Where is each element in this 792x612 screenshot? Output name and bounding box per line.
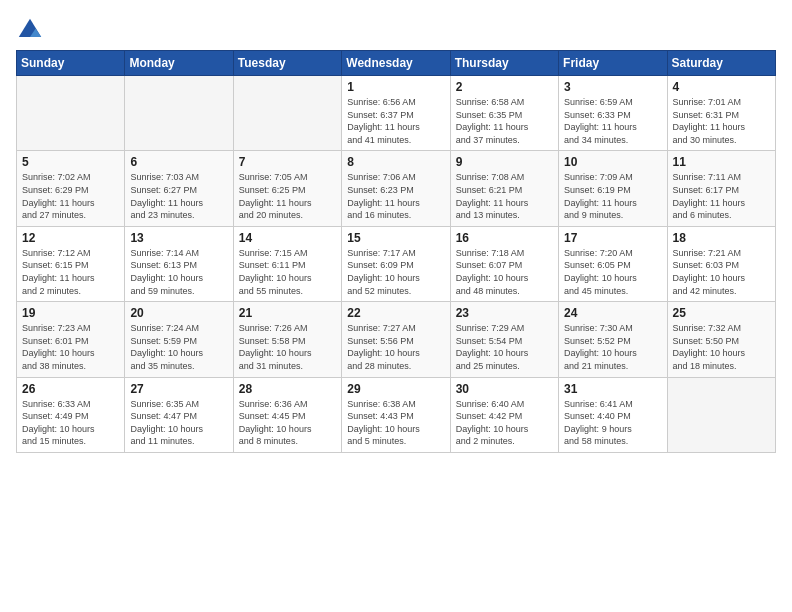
day-info: Sunrise: 7:15 AM Sunset: 6:11 PM Dayligh… xyxy=(239,247,336,297)
day-info: Sunrise: 7:08 AM Sunset: 6:21 PM Dayligh… xyxy=(456,171,553,221)
day-number: 29 xyxy=(347,382,444,396)
day-number: 20 xyxy=(130,306,227,320)
day-number: 10 xyxy=(564,155,661,169)
calendar-cell: 16Sunrise: 7:18 AM Sunset: 6:07 PM Dayli… xyxy=(450,226,558,301)
calendar-cell: 19Sunrise: 7:23 AM Sunset: 6:01 PM Dayli… xyxy=(17,302,125,377)
calendar-cell: 24Sunrise: 7:30 AM Sunset: 5:52 PM Dayli… xyxy=(559,302,667,377)
day-number: 30 xyxy=(456,382,553,396)
logo-icon xyxy=(16,16,44,44)
calendar-cell: 3Sunrise: 6:59 AM Sunset: 6:33 PM Daylig… xyxy=(559,76,667,151)
day-number: 25 xyxy=(673,306,770,320)
page-header xyxy=(16,16,776,44)
day-number: 2 xyxy=(456,80,553,94)
calendar-cell xyxy=(17,76,125,151)
day-info: Sunrise: 7:18 AM Sunset: 6:07 PM Dayligh… xyxy=(456,247,553,297)
page-container: SundayMondayTuesdayWednesdayThursdayFrid… xyxy=(0,0,792,463)
calendar-cell: 1Sunrise: 6:56 AM Sunset: 6:37 PM Daylig… xyxy=(342,76,450,151)
day-number: 24 xyxy=(564,306,661,320)
day-number: 19 xyxy=(22,306,119,320)
day-number: 9 xyxy=(456,155,553,169)
day-number: 7 xyxy=(239,155,336,169)
day-number: 18 xyxy=(673,231,770,245)
calendar-cell xyxy=(233,76,341,151)
day-number: 1 xyxy=(347,80,444,94)
day-number: 22 xyxy=(347,306,444,320)
day-info: Sunrise: 6:41 AM Sunset: 4:40 PM Dayligh… xyxy=(564,398,661,448)
day-info: Sunrise: 7:05 AM Sunset: 6:25 PM Dayligh… xyxy=(239,171,336,221)
calendar-cell: 7Sunrise: 7:05 AM Sunset: 6:25 PM Daylig… xyxy=(233,151,341,226)
calendar-week-row: 5Sunrise: 7:02 AM Sunset: 6:29 PM Daylig… xyxy=(17,151,776,226)
calendar-table: SundayMondayTuesdayWednesdayThursdayFrid… xyxy=(16,50,776,453)
day-number: 13 xyxy=(130,231,227,245)
day-info: Sunrise: 7:03 AM Sunset: 6:27 PM Dayligh… xyxy=(130,171,227,221)
day-info: Sunrise: 7:23 AM Sunset: 6:01 PM Dayligh… xyxy=(22,322,119,372)
day-number: 21 xyxy=(239,306,336,320)
calendar-week-row: 26Sunrise: 6:33 AM Sunset: 4:49 PM Dayli… xyxy=(17,377,776,452)
day-info: Sunrise: 7:09 AM Sunset: 6:19 PM Dayligh… xyxy=(564,171,661,221)
day-number: 11 xyxy=(673,155,770,169)
day-number: 27 xyxy=(130,382,227,396)
day-number: 15 xyxy=(347,231,444,245)
calendar-cell: 12Sunrise: 7:12 AM Sunset: 6:15 PM Dayli… xyxy=(17,226,125,301)
day-info: Sunrise: 7:26 AM Sunset: 5:58 PM Dayligh… xyxy=(239,322,336,372)
day-info: Sunrise: 7:06 AM Sunset: 6:23 PM Dayligh… xyxy=(347,171,444,221)
weekday-header-monday: Monday xyxy=(125,51,233,76)
day-info: Sunrise: 7:29 AM Sunset: 5:54 PM Dayligh… xyxy=(456,322,553,372)
day-info: Sunrise: 7:11 AM Sunset: 6:17 PM Dayligh… xyxy=(673,171,770,221)
day-info: Sunrise: 6:35 AM Sunset: 4:47 PM Dayligh… xyxy=(130,398,227,448)
day-info: Sunrise: 6:36 AM Sunset: 4:45 PM Dayligh… xyxy=(239,398,336,448)
day-info: Sunrise: 6:40 AM Sunset: 4:42 PM Dayligh… xyxy=(456,398,553,448)
day-number: 16 xyxy=(456,231,553,245)
day-info: Sunrise: 7:02 AM Sunset: 6:29 PM Dayligh… xyxy=(22,171,119,221)
day-info: Sunrise: 7:32 AM Sunset: 5:50 PM Dayligh… xyxy=(673,322,770,372)
calendar-cell: 17Sunrise: 7:20 AM Sunset: 6:05 PM Dayli… xyxy=(559,226,667,301)
weekday-header-thursday: Thursday xyxy=(450,51,558,76)
day-info: Sunrise: 6:56 AM Sunset: 6:37 PM Dayligh… xyxy=(347,96,444,146)
calendar-cell: 5Sunrise: 7:02 AM Sunset: 6:29 PM Daylig… xyxy=(17,151,125,226)
weekday-header-tuesday: Tuesday xyxy=(233,51,341,76)
calendar-cell: 13Sunrise: 7:14 AM Sunset: 6:13 PM Dayli… xyxy=(125,226,233,301)
day-info: Sunrise: 7:14 AM Sunset: 6:13 PM Dayligh… xyxy=(130,247,227,297)
day-number: 26 xyxy=(22,382,119,396)
calendar-week-row: 19Sunrise: 7:23 AM Sunset: 6:01 PM Dayli… xyxy=(17,302,776,377)
day-number: 5 xyxy=(22,155,119,169)
day-number: 23 xyxy=(456,306,553,320)
calendar-week-row: 1Sunrise: 6:56 AM Sunset: 6:37 PM Daylig… xyxy=(17,76,776,151)
calendar-cell: 20Sunrise: 7:24 AM Sunset: 5:59 PM Dayli… xyxy=(125,302,233,377)
day-info: Sunrise: 6:38 AM Sunset: 4:43 PM Dayligh… xyxy=(347,398,444,448)
day-info: Sunrise: 6:59 AM Sunset: 6:33 PM Dayligh… xyxy=(564,96,661,146)
day-info: Sunrise: 7:17 AM Sunset: 6:09 PM Dayligh… xyxy=(347,247,444,297)
day-info: Sunrise: 7:21 AM Sunset: 6:03 PM Dayligh… xyxy=(673,247,770,297)
calendar-cell: 22Sunrise: 7:27 AM Sunset: 5:56 PM Dayli… xyxy=(342,302,450,377)
day-info: Sunrise: 7:12 AM Sunset: 6:15 PM Dayligh… xyxy=(22,247,119,297)
calendar-cell: 9Sunrise: 7:08 AM Sunset: 6:21 PM Daylig… xyxy=(450,151,558,226)
day-info: Sunrise: 7:01 AM Sunset: 6:31 PM Dayligh… xyxy=(673,96,770,146)
weekday-header-saturday: Saturday xyxy=(667,51,775,76)
calendar-cell: 26Sunrise: 6:33 AM Sunset: 4:49 PM Dayli… xyxy=(17,377,125,452)
calendar-cell: 25Sunrise: 7:32 AM Sunset: 5:50 PM Dayli… xyxy=(667,302,775,377)
day-info: Sunrise: 6:33 AM Sunset: 4:49 PM Dayligh… xyxy=(22,398,119,448)
calendar-cell: 15Sunrise: 7:17 AM Sunset: 6:09 PM Dayli… xyxy=(342,226,450,301)
weekday-header-row: SundayMondayTuesdayWednesdayThursdayFrid… xyxy=(17,51,776,76)
calendar-cell: 11Sunrise: 7:11 AM Sunset: 6:17 PM Dayli… xyxy=(667,151,775,226)
calendar-cell: 18Sunrise: 7:21 AM Sunset: 6:03 PM Dayli… xyxy=(667,226,775,301)
day-number: 6 xyxy=(130,155,227,169)
calendar-cell: 27Sunrise: 6:35 AM Sunset: 4:47 PM Dayli… xyxy=(125,377,233,452)
calendar-cell xyxy=(125,76,233,151)
weekday-header-sunday: Sunday xyxy=(17,51,125,76)
day-number: 4 xyxy=(673,80,770,94)
calendar-cell: 8Sunrise: 7:06 AM Sunset: 6:23 PM Daylig… xyxy=(342,151,450,226)
weekday-header-wednesday: Wednesday xyxy=(342,51,450,76)
day-info: Sunrise: 7:20 AM Sunset: 6:05 PM Dayligh… xyxy=(564,247,661,297)
calendar-cell: 6Sunrise: 7:03 AM Sunset: 6:27 PM Daylig… xyxy=(125,151,233,226)
day-info: Sunrise: 6:58 AM Sunset: 6:35 PM Dayligh… xyxy=(456,96,553,146)
calendar-cell: 14Sunrise: 7:15 AM Sunset: 6:11 PM Dayli… xyxy=(233,226,341,301)
day-info: Sunrise: 7:30 AM Sunset: 5:52 PM Dayligh… xyxy=(564,322,661,372)
day-number: 31 xyxy=(564,382,661,396)
calendar-cell: 30Sunrise: 6:40 AM Sunset: 4:42 PM Dayli… xyxy=(450,377,558,452)
calendar-cell: 29Sunrise: 6:38 AM Sunset: 4:43 PM Dayli… xyxy=(342,377,450,452)
day-info: Sunrise: 7:24 AM Sunset: 5:59 PM Dayligh… xyxy=(130,322,227,372)
day-info: Sunrise: 7:27 AM Sunset: 5:56 PM Dayligh… xyxy=(347,322,444,372)
calendar-cell: 31Sunrise: 6:41 AM Sunset: 4:40 PM Dayli… xyxy=(559,377,667,452)
calendar-cell: 2Sunrise: 6:58 AM Sunset: 6:35 PM Daylig… xyxy=(450,76,558,151)
